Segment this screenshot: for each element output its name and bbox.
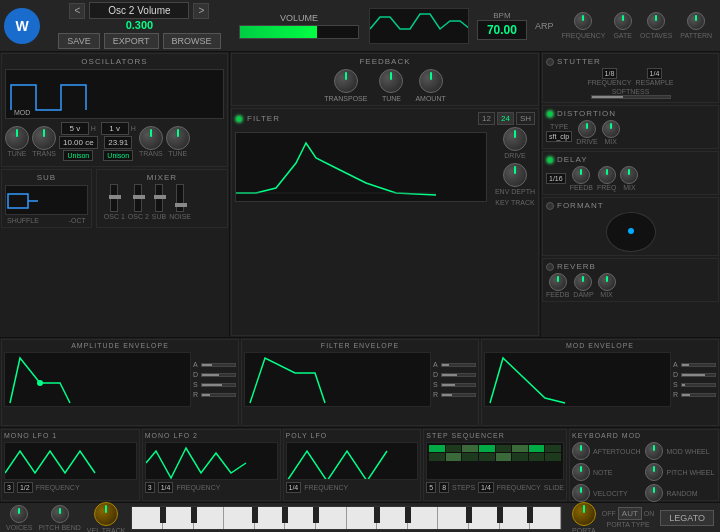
- aut-button[interactable]: AUT: [618, 507, 642, 520]
- pitch-bend-knob[interactable]: [51, 505, 69, 523]
- step-seq-freq-value[interactable]: 1/4: [478, 482, 494, 493]
- filter-a-slider[interactable]: [441, 363, 476, 367]
- step-cell-6[interactable]: [512, 445, 528, 452]
- mod-r-slider[interactable]: [681, 393, 716, 397]
- arp-frequency-knob[interactable]: [574, 12, 592, 30]
- piano-key-f1[interactable]: [224, 507, 255, 529]
- piano-key-f2[interactable]: [438, 507, 469, 529]
- step-cell-11[interactable]: [462, 453, 478, 460]
- osc1-fader[interactable]: OSC 1: [104, 184, 125, 220]
- step-cell-15[interactable]: [529, 453, 545, 460]
- stutter-power[interactable]: [546, 58, 554, 66]
- step-seq-steps[interactable]: 8: [439, 482, 449, 493]
- osc1-trans-knob[interactable]: [32, 126, 56, 150]
- volume-slider[interactable]: [239, 25, 359, 39]
- filter-r-slider[interactable]: [441, 393, 476, 397]
- piano-key-b2[interactable]: [530, 507, 561, 529]
- filter-power[interactable]: [235, 115, 243, 123]
- mod-s-slider[interactable]: [681, 383, 716, 387]
- distortion-drive-knob[interactable]: [578, 120, 596, 138]
- distortion-mix-knob[interactable]: [602, 120, 620, 138]
- velocity-knob[interactable]: [572, 484, 590, 502]
- stutter-softness-slider[interactable]: [591, 95, 671, 99]
- feedback-tune-knob[interactable]: [379, 69, 403, 93]
- amp-d-slider[interactable]: [201, 373, 236, 377]
- step-cell-16[interactable]: [545, 453, 561, 460]
- arp-pattern-knob[interactable]: [687, 12, 705, 30]
- mod-d-slider[interactable]: [681, 373, 716, 377]
- piano-key-a1[interactable]: [285, 507, 316, 529]
- delay-value[interactable]: 1/16: [546, 173, 566, 184]
- piano-key-fs2[interactable]: [466, 507, 472, 523]
- piano-key-ds2[interactable]: [405, 507, 411, 523]
- mod-a-slider[interactable]: [681, 363, 716, 367]
- save-button[interactable]: SAVE: [58, 33, 99, 49]
- piano-key-fs1[interactable]: [252, 507, 258, 523]
- formant-power[interactable]: [546, 202, 554, 210]
- filter-s-slider[interactable]: [441, 383, 476, 387]
- aftertouch-knob[interactable]: [572, 442, 590, 460]
- filter-24-btn[interactable]: 24: [497, 112, 514, 125]
- step-cell-1[interactable]: [429, 445, 445, 452]
- step-cell-7[interactable]: [529, 445, 545, 452]
- piano-key-g1[interactable]: [255, 507, 286, 529]
- delay-power[interactable]: [546, 156, 554, 164]
- osc2-tune-value[interactable]: 23.91: [104, 136, 132, 149]
- random-knob[interactable]: [645, 484, 663, 502]
- lfo1-freq-value[interactable]: 1/2: [17, 482, 33, 493]
- reverb-damp-knob[interactable]: [574, 273, 592, 291]
- browse-button[interactable]: BROWSE: [163, 33, 221, 49]
- distortion-power[interactable]: [546, 110, 554, 118]
- porta-knob[interactable]: [572, 502, 596, 526]
- filter-drive-knob[interactable]: [503, 127, 527, 151]
- arp-octaves-knob[interactable]: [647, 12, 665, 30]
- lfo1-mode[interactable]: 3: [4, 482, 14, 493]
- step-cell-5[interactable]: [496, 445, 512, 452]
- reverb-power[interactable]: [546, 263, 554, 271]
- step-cell-14[interactable]: [512, 453, 528, 460]
- piano-key-a2[interactable]: [500, 507, 531, 529]
- step-seq-mode[interactable]: 5: [426, 482, 436, 493]
- piano-key-c2[interactable]: [347, 507, 378, 529]
- amp-r-slider[interactable]: [201, 393, 236, 397]
- piano-key-as1[interactable]: [313, 507, 319, 523]
- step-cell-9[interactable]: [429, 453, 445, 460]
- export-button[interactable]: EXPORT: [104, 33, 159, 49]
- osc2-unison[interactable]: Unison: [103, 150, 133, 161]
- amp-s-slider[interactable]: [201, 383, 236, 387]
- piano-key-cs1[interactable]: [160, 507, 166, 523]
- next-preset-button[interactable]: >: [193, 3, 209, 19]
- step-cell-12[interactable]: [479, 453, 495, 460]
- prev-preset-button[interactable]: <: [69, 3, 85, 19]
- pitch-wheel-knob[interactable]: [645, 463, 663, 481]
- step-cell-8[interactable]: [545, 445, 561, 452]
- lfo2-freq-value[interactable]: 1/4: [158, 482, 174, 493]
- osc1-steps[interactable]: 5 v: [61, 122, 89, 135]
- osc1-unison[interactable]: Unison: [63, 150, 93, 161]
- formant-display[interactable]: [606, 212, 656, 252]
- poly-lfo-freq-value[interactable]: 1/4: [286, 482, 302, 493]
- delay-feedb-knob[interactable]: [572, 166, 590, 184]
- stutter-resample-value[interactable]: 1/4: [647, 68, 663, 79]
- delay-freq-knob[interactable]: [598, 166, 616, 184]
- step-cell-13[interactable]: [496, 453, 512, 460]
- osc2-fader[interactable]: OSC 2: [128, 184, 149, 220]
- piano-key-e1[interactable]: [194, 507, 225, 529]
- osc2-steps[interactable]: 1 v: [101, 122, 129, 135]
- osc2-trans-knob[interactable]: [139, 126, 163, 150]
- mod-wheel-knob[interactable]: [645, 442, 663, 460]
- note-knob[interactable]: [572, 463, 590, 481]
- feedback-amount-knob[interactable]: [419, 69, 443, 93]
- piano-key-cs2[interactable]: [374, 507, 380, 523]
- voices-knob[interactable]: [10, 505, 28, 523]
- noise-fader[interactable]: NOISE: [169, 184, 191, 220]
- step-cell-3[interactable]: [462, 445, 478, 452]
- feedback-transpose-knob[interactable]: [334, 69, 358, 93]
- amp-a-slider[interactable]: [201, 363, 236, 367]
- arp-gate-knob[interactable]: [614, 12, 632, 30]
- vel-track-knob[interactable]: [94, 502, 118, 526]
- delay-mix-knob[interactable]: [620, 166, 638, 184]
- step-cell-4[interactable]: [479, 445, 495, 452]
- piano-key-e2[interactable]: [408, 507, 439, 529]
- piano-key-gs2[interactable]: [497, 507, 503, 523]
